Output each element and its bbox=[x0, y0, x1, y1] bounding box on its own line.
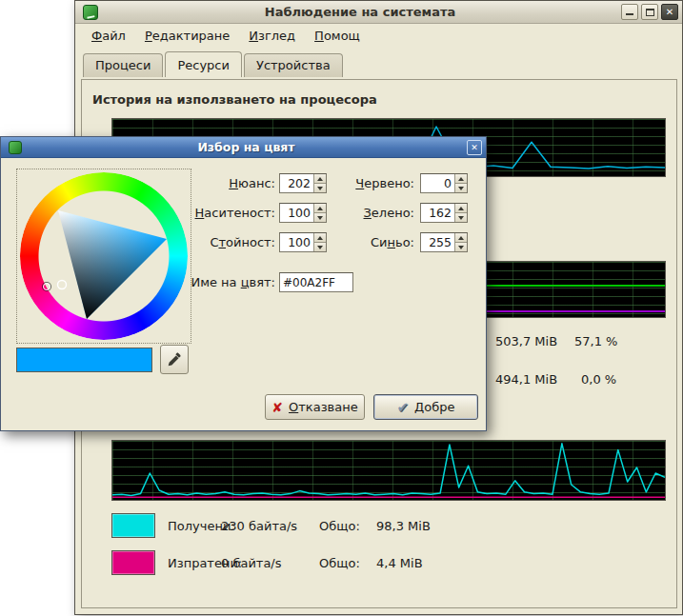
memory-total: 503,7 MiB bbox=[495, 334, 557, 348]
tab-devices[interactable]: Устройства bbox=[244, 53, 343, 77]
received-color-swatch[interactable] bbox=[111, 513, 155, 538]
received-total-label: Общо: bbox=[319, 519, 360, 533]
dialog-close-button[interactable]: ✕ bbox=[467, 140, 482, 155]
blue-spin-down[interactable] bbox=[455, 243, 467, 251]
received-rate: 230 байта/s bbox=[221, 519, 297, 533]
memory-percent: 57,1 % bbox=[574, 334, 617, 348]
blue-label: Синьо: bbox=[340, 235, 414, 249]
minimize-icon bbox=[626, 9, 633, 15]
red-spin-up[interactable] bbox=[455, 174, 467, 184]
value-label: Стойност: bbox=[174, 235, 275, 249]
cpu-history-heading: История на използването на процесора bbox=[92, 92, 377, 107]
green-label: Зелено: bbox=[340, 206, 414, 220]
window-title: Наблюдение на системата bbox=[102, 5, 618, 19]
ok-icon: ✔ bbox=[397, 399, 410, 416]
menu-view[interactable]: Изглед bbox=[242, 26, 302, 46]
received-total: 98,3 MiB bbox=[376, 519, 431, 533]
color-wheel-box bbox=[16, 169, 191, 344]
value-spinbox[interactable]: 100 bbox=[279, 232, 327, 252]
blue-spinbox[interactable]: 255 bbox=[420, 232, 468, 252]
network-history-chart bbox=[111, 440, 666, 501]
hue-label: Нюанс: bbox=[174, 176, 275, 190]
close-button[interactable]: ✕ bbox=[661, 4, 678, 20]
tab-bar: Процеси Ресурси Устройства bbox=[75, 51, 682, 77]
menu-help[interactable]: Помощ bbox=[308, 26, 367, 46]
ok-label: Добре bbox=[414, 400, 454, 414]
saturation-value[interactable]: 100 bbox=[280, 204, 313, 222]
color-picker-dialog: Избор на цвят ✕ bbox=[0, 136, 487, 431]
swap-total: 494,1 MiB bbox=[495, 372, 557, 387]
hue-value[interactable]: 202 bbox=[280, 174, 313, 192]
menubar: Файл Редактиране Изглед Помощ bbox=[75, 24, 682, 48]
value-spin-up[interactable] bbox=[314, 233, 326, 243]
red-label: Червено: bbox=[340, 176, 414, 190]
dialog-titlebar[interactable]: Избор на цвят ✕ bbox=[1, 137, 486, 158]
swap-percent: 0,0 % bbox=[581, 372, 616, 387]
green-spinbox[interactable]: 162 bbox=[420, 203, 468, 223]
color-preview bbox=[16, 348, 152, 372]
hue-spin-down[interactable] bbox=[314, 184, 326, 192]
titlebar[interactable]: Наблюдение на системата ✕ bbox=[75, 1, 682, 24]
green-value[interactable]: 162 bbox=[421, 204, 454, 222]
maximize-button[interactable] bbox=[641, 4, 658, 20]
red-spinbox[interactable]: 0 bbox=[420, 173, 468, 193]
sent-total-label: Общо: bbox=[319, 556, 360, 570]
blue-value[interactable]: 255 bbox=[421, 233, 454, 251]
saturation-spin-down[interactable] bbox=[314, 213, 326, 222]
ok-button[interactable]: ✔ Добре bbox=[373, 394, 478, 420]
minimize-button[interactable] bbox=[621, 4, 638, 20]
menu-file[interactable]: Файл bbox=[85, 26, 132, 46]
dialog-title: Избор на цвят bbox=[26, 140, 467, 154]
sent-color-swatch[interactable] bbox=[111, 550, 155, 575]
color-name-label: Име на цвят: bbox=[174, 275, 275, 289]
cancel-label: Отказване bbox=[289, 400, 358, 414]
tab-resources[interactable]: Ресурси bbox=[165, 51, 242, 77]
menu-edit[interactable]: Редактиране bbox=[138, 26, 236, 46]
hue-spin-up[interactable] bbox=[314, 174, 326, 184]
app-icon[interactable] bbox=[83, 5, 98, 20]
dialog-body: Нюанс: 202 Червено: 0 Наситеност: 100 bbox=[1, 158, 486, 432]
saturation-value-triangle[interactable] bbox=[20, 172, 188, 340]
red-value[interactable]: 0 bbox=[421, 174, 454, 192]
color-name-input[interactable] bbox=[279, 272, 353, 292]
sent-rate: 0 байта/s bbox=[221, 556, 282, 570]
green-spin-down[interactable] bbox=[455, 213, 467, 222]
hue-spinbox[interactable]: 202 bbox=[279, 173, 327, 193]
saturation-spinbox[interactable]: 100 bbox=[279, 203, 327, 223]
eyedropper-icon bbox=[166, 351, 183, 368]
green-spin-up[interactable] bbox=[455, 204, 467, 213]
hue-marker[interactable] bbox=[43, 283, 50, 290]
blue-spin-up[interactable] bbox=[455, 233, 467, 243]
tab-processes[interactable]: Процеси bbox=[83, 53, 163, 77]
sent-total: 4,4 MiB bbox=[376, 556, 423, 570]
value-spin-down[interactable] bbox=[314, 243, 326, 251]
dialog-icon bbox=[9, 141, 22, 154]
value-value[interactable]: 100 bbox=[280, 233, 313, 251]
saturation-spin-up[interactable] bbox=[314, 204, 326, 213]
saturation-label: Наситеност: bbox=[174, 206, 275, 220]
eyedropper-button[interactable] bbox=[160, 345, 189, 374]
cancel-icon: ✘ bbox=[271, 400, 283, 415]
red-spin-down[interactable] bbox=[455, 184, 467, 192]
maximize-icon bbox=[646, 9, 654, 16]
cancel-button[interactable]: ✘ Отказване bbox=[265, 394, 365, 420]
